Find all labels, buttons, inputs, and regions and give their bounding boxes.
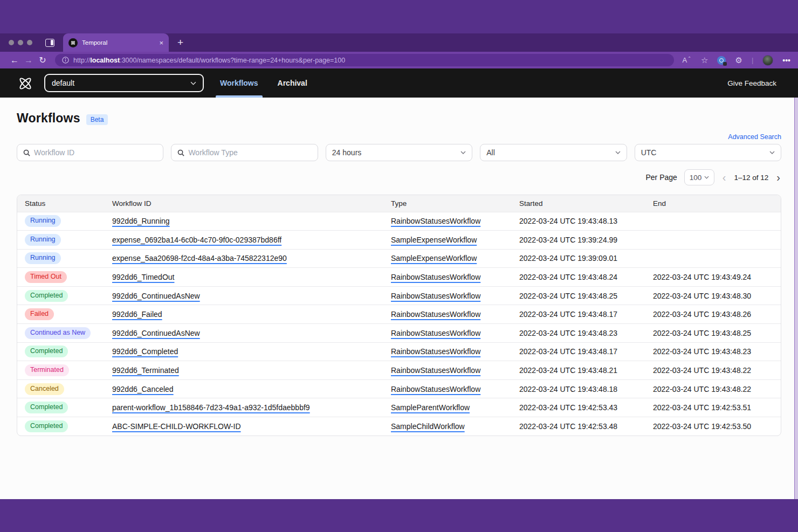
timezone-value: UTC — [641, 148, 769, 157]
page-title: Workflows — [17, 111, 80, 126]
table-row: Canceled 992dd6_Canceled RainbowStatuses… — [17, 379, 781, 398]
workflow-type-link[interactable]: SampleExpenseWorkflow — [391, 236, 477, 244]
window-controls[interactable] — [9, 40, 32, 45]
workflow-id-link[interactable]: 992dd6_Canceled — [112, 385, 174, 393]
chevron-down-icon — [190, 81, 196, 85]
give-feedback-link[interactable]: Give Feedback — [727, 79, 776, 87]
browser-tab-strip: Temporal × + — [0, 33, 798, 52]
table-row: Timed Out 992dd6_TimedOut RainbowStatuse… — [17, 268, 781, 287]
table-row: Running expense_5aa20698-f2cd-48a4-a3ba-… — [17, 249, 781, 268]
workflow-id-link[interactable]: expense_0692ba14-6c0b-4c70-9f0c-029387bd… — [112, 236, 281, 244]
page-scrollbar[interactable] — [794, 98, 798, 499]
workflow-id-link[interactable]: 992dd6_Completed — [112, 347, 178, 356]
workflows-table-body: Running 992dd6_Running RainbowStatusesWo… — [17, 212, 781, 436]
beta-badge: Beta — [86, 114, 108, 125]
time-range-value: 24 hours — [332, 148, 460, 157]
col-end: End — [653, 195, 781, 212]
end-cell: 2022-03-24 UTC 19:43:49.24 — [653, 268, 781, 287]
workflow-id-link[interactable]: 992dd6_Failed — [112, 310, 162, 319]
password-manager-icon[interactable] — [717, 56, 726, 65]
workflow-id-link[interactable]: 992dd6_Terminated — [112, 366, 179, 375]
workflows-page: Workflows Beta Advanced Search 24 hours … — [0, 98, 798, 499]
workflow-id-link[interactable]: 992dd6_ContinuedAsNew — [112, 292, 200, 300]
table-row: Terminated 992dd6_Terminated RainbowStat… — [17, 361, 781, 380]
favorites-star-icon[interactable]: ☆ — [701, 56, 708, 65]
tab-archival[interactable]: Archival — [273, 68, 312, 98]
advanced-search-link[interactable]: Advanced Search — [728, 133, 781, 141]
tab-workflows[interactable]: Workflows — [216, 68, 263, 98]
chevron-down-icon — [460, 151, 466, 154]
end-cell: 2022-03-24 UTC 19:43:48.25 — [653, 324, 781, 343]
started-cell: 2022-03-24 UTC 19:43:48.25 — [519, 286, 653, 305]
workflow-id-input[interactable] — [34, 148, 157, 157]
temporal-logo-icon[interactable] — [15, 73, 36, 94]
workflow-type-link[interactable]: RainbowStatusesWorkflow — [391, 292, 480, 300]
workflow-type-link[interactable]: RainbowStatusesWorkflow — [391, 385, 480, 393]
started-cell: 2022-03-24 UTC 19:42:53.48 — [519, 417, 653, 436]
end-cell: 2022-03-24 UTC 19:42:53.50 — [653, 417, 781, 436]
table-row: Failed 992dd6_Failed RainbowStatusesWork… — [17, 305, 781, 324]
table-header-row: Status Workflow ID Type Started End — [17, 195, 781, 212]
namespace-value: default — [52, 79, 74, 87]
table-row: Completed 992dd6_ContinuedAsNew RainbowS… — [17, 286, 781, 305]
pagination-range: 1–12 of 12 — [734, 174, 769, 182]
workflow-type-link[interactable]: RainbowStatusesWorkflow — [391, 310, 480, 319]
workflow-type-link[interactable]: SampleParentWorkflow — [391, 403, 470, 412]
workflow-type-link[interactable]: RainbowStatusesWorkflow — [391, 329, 480, 337]
tab-close-icon[interactable]: × — [159, 39, 163, 47]
workflow-id-link[interactable]: 992dd6_ContinuedAsNew — [112, 329, 200, 337]
workflow-type-link[interactable]: RainbowStatusesWorkflow — [391, 217, 480, 225]
refresh-icon[interactable]: ↻ — [36, 55, 50, 65]
per-page-label: Per Page — [645, 173, 677, 182]
gear-icon[interactable]: ⚙ — [735, 56, 742, 65]
table-row: Completed ABC-SIMPLE-CHILD-WORKFLOW-ID S… — [17, 417, 781, 436]
workflow-id-filter[interactable] — [17, 144, 163, 161]
per-page-select[interactable]: 100 — [684, 169, 714, 185]
back-icon[interactable]: ← — [8, 56, 22, 65]
forward-icon[interactable]: → — [22, 56, 36, 65]
workflow-id-link[interactable]: 992dd6_TimedOut — [112, 273, 174, 281]
workflow-type-link[interactable]: RainbowStatusesWorkflow — [391, 366, 480, 375]
read-aloud-icon[interactable]: A⌃ — [683, 56, 692, 64]
filter-bar: 24 hours All UTC — [0, 141, 798, 161]
workflow-type-filter[interactable] — [171, 144, 318, 161]
time-range-select[interactable]: 24 hours — [326, 144, 472, 161]
temporal-favicon-icon — [68, 38, 78, 47]
status-badge: Failed — [25, 308, 54, 320]
workflow-id-link[interactable]: parent-workflow_1b158846-7d23-49a1-a932-… — [112, 403, 310, 412]
address-bar[interactable]: http://localhost:3000/namespaces/default… — [55, 54, 674, 66]
started-cell: 2022-03-24 UTC 19:39:24.99 — [519, 231, 653, 250]
new-tab-icon[interactable]: + — [177, 37, 183, 49]
workflow-id-link[interactable]: 992dd6_Running — [112, 217, 170, 225]
workflow-type-link[interactable]: SampleChildWorkflow — [391, 422, 465, 431]
started-cell: 2022-03-24 UTC 19:43:48.17 — [519, 305, 653, 324]
profile-avatar[interactable] — [762, 55, 773, 66]
table-row: Completed 992dd6_Completed RainbowStatus… — [17, 342, 781, 361]
workflow-type-link[interactable]: RainbowStatusesWorkflow — [391, 347, 480, 356]
site-info-icon[interactable] — [62, 57, 69, 64]
search-icon — [177, 149, 184, 156]
workflow-type-input[interactable] — [188, 148, 311, 157]
next-page-icon[interactable]: › — [775, 172, 781, 183]
status-badge: Running — [25, 252, 61, 264]
prev-page-icon[interactable]: ‹ — [721, 172, 727, 183]
browser-tab-title: Temporal — [82, 39, 155, 46]
end-cell: 2022-03-24 UTC 19:43:48.23 — [653, 342, 781, 361]
more-options-icon[interactable]: ••• — [782, 56, 790, 65]
workflow-id-link[interactable]: expense_5aa20698-f2cd-48a4-a3ba-74582231… — [112, 254, 287, 262]
tab-activity-icon[interactable] — [45, 39, 54, 47]
col-status: Status — [17, 195, 112, 212]
browser-tab[interactable]: Temporal × — [63, 33, 169, 52]
namespace-select[interactable]: default — [44, 74, 204, 92]
workflow-type-link[interactable]: RainbowStatusesWorkflow — [391, 273, 480, 281]
started-cell: 2022-03-24 UTC 19:39:09.01 — [519, 249, 653, 268]
table-row: Continued as New 992dd6_ContinuedAsNew R… — [17, 324, 781, 343]
started-cell: 2022-03-24 UTC 19:43:48.17 — [519, 342, 653, 361]
chevron-down-icon — [704, 176, 709, 179]
status-filter-select[interactable]: All — [480, 144, 627, 161]
workflow-id-link[interactable]: ABC-SIMPLE-CHILD-WORKFLOW-ID — [112, 422, 241, 431]
chevron-down-icon — [769, 151, 775, 154]
timezone-select[interactable]: UTC — [635, 144, 781, 161]
end-cell: 2022-03-24 UTC 19:43:48.22 — [653, 361, 781, 380]
workflow-type-link[interactable]: SampleExpenseWorkflow — [391, 254, 477, 262]
